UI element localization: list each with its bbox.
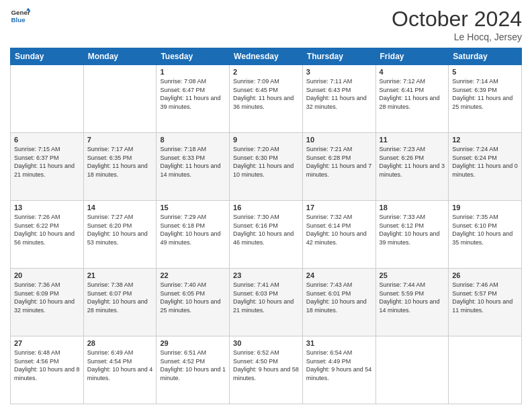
table-row: 31Sunrise: 6:54 AM Sunset: 4:49 PM Dayli…	[302, 336, 375, 404]
col-sunday: Sunday	[11, 48, 84, 65]
day-number: 14	[87, 203, 153, 212]
day-number: 26	[452, 271, 518, 279]
day-info: Sunrise: 7:17 AM Sunset: 6:35 PM Dayligh…	[87, 145, 153, 179]
day-info: Sunrise: 7:12 AM Sunset: 6:41 PM Dayligh…	[380, 77, 445, 111]
day-number: 3	[306, 68, 372, 76]
table-row: 10Sunrise: 7:21 AM Sunset: 6:28 PM Dayli…	[302, 133, 375, 201]
table-row: 21Sunrise: 7:38 AM Sunset: 6:07 PM Dayli…	[83, 269, 157, 336]
day-number: 18	[380, 203, 445, 212]
calendar-table: Sunday Monday Tuesday Wednesday Thursday…	[10, 48, 522, 404]
day-number: 6	[14, 136, 80, 144]
table-row: 8Sunrise: 7:18 AM Sunset: 6:33 PM Daylig…	[157, 133, 230, 201]
table-row: 22Sunrise: 7:40 AM Sunset: 6:05 PM Dayli…	[157, 269, 230, 336]
logo-icon: General Blue	[10, 7, 30, 27]
day-info: Sunrise: 7:44 AM Sunset: 5:59 PM Dayligh…	[380, 281, 445, 314]
day-number: 11	[380, 136, 445, 144]
week-row-2: 6Sunrise: 7:15 AM Sunset: 6:37 PM Daylig…	[11, 133, 522, 201]
day-info: Sunrise: 7:09 AM Sunset: 6:45 PM Dayligh…	[233, 77, 299, 111]
svg-text:Blue: Blue	[11, 16, 26, 24]
table-row: 25Sunrise: 7:44 AM Sunset: 5:59 PM Dayli…	[375, 269, 449, 336]
day-info: Sunrise: 7:21 AM Sunset: 6:28 PM Dayligh…	[306, 145, 372, 179]
title-block: October 2024 Le Hocq, Jersey	[392, 7, 522, 42]
day-info: Sunrise: 7:41 AM Sunset: 6:03 PM Dayligh…	[233, 281, 299, 314]
col-monday: Monday	[83, 48, 157, 65]
week-row-5: 27Sunrise: 6:48 AM Sunset: 4:56 PM Dayli…	[11, 336, 522, 404]
week-row-4: 20Sunrise: 7:36 AM Sunset: 6:09 PM Dayli…	[11, 269, 522, 336]
table-row: 9Sunrise: 7:20 AM Sunset: 6:30 PM Daylig…	[230, 133, 303, 201]
table-row: 29Sunrise: 6:51 AM Sunset: 4:52 PM Dayli…	[157, 336, 230, 404]
day-number: 29	[160, 339, 226, 347]
day-info: Sunrise: 7:32 AM Sunset: 6:14 PM Dayligh…	[306, 213, 372, 246]
day-info: Sunrise: 7:23 AM Sunset: 6:26 PM Dayligh…	[380, 145, 445, 179]
day-info: Sunrise: 7:29 AM Sunset: 6:18 PM Dayligh…	[160, 213, 226, 246]
day-number: 7	[87, 136, 153, 144]
day-info: Sunrise: 6:52 AM Sunset: 4:50 PM Dayligh…	[233, 349, 299, 382]
day-number: 24	[306, 271, 372, 279]
day-info: Sunrise: 7:15 AM Sunset: 6:37 PM Dayligh…	[14, 145, 80, 179]
day-info: Sunrise: 7:20 AM Sunset: 6:30 PM Dayligh…	[233, 145, 299, 179]
day-number: 31	[306, 339, 372, 347]
day-info: Sunrise: 7:33 AM Sunset: 6:12 PM Dayligh…	[380, 213, 445, 246]
week-row-1: 1Sunrise: 7:08 AM Sunset: 6:47 PM Daylig…	[11, 65, 522, 133]
day-info: Sunrise: 7:08 AM Sunset: 6:47 PM Dayligh…	[160, 77, 226, 111]
day-number: 2	[233, 68, 299, 76]
day-number: 1	[160, 68, 226, 76]
table-row: 27Sunrise: 6:48 AM Sunset: 4:56 PM Dayli…	[11, 336, 84, 404]
day-info: Sunrise: 6:48 AM Sunset: 4:56 PM Dayligh…	[14, 349, 80, 382]
day-number: 25	[380, 271, 445, 279]
table-row: 17Sunrise: 7:32 AM Sunset: 6:14 PM Dayli…	[302, 201, 375, 269]
day-number: 30	[233, 339, 299, 347]
col-tuesday: Tuesday	[157, 48, 230, 65]
day-number: 8	[160, 136, 226, 144]
table-row	[449, 336, 522, 404]
month-title: October 2024	[392, 7, 522, 32]
table-row: 30Sunrise: 6:52 AM Sunset: 4:50 PM Dayli…	[230, 336, 303, 404]
day-info: Sunrise: 7:18 AM Sunset: 6:33 PM Dayligh…	[160, 145, 226, 179]
day-number: 12	[452, 136, 518, 144]
day-info: Sunrise: 7:43 AM Sunset: 6:01 PM Dayligh…	[306, 281, 372, 314]
week-row-3: 13Sunrise: 7:26 AM Sunset: 6:22 PM Dayli…	[11, 201, 522, 269]
day-info: Sunrise: 7:27 AM Sunset: 6:20 PM Dayligh…	[87, 213, 153, 246]
day-number: 16	[233, 203, 299, 212]
table-row: 12Sunrise: 7:24 AM Sunset: 6:24 PM Dayli…	[449, 133, 522, 201]
table-row: 26Sunrise: 7:46 AM Sunset: 5:57 PM Dayli…	[449, 269, 522, 336]
table-row: 23Sunrise: 7:41 AM Sunset: 6:03 PM Dayli…	[230, 269, 303, 336]
table-row	[83, 65, 157, 133]
day-number: 15	[160, 203, 226, 212]
table-row: 6Sunrise: 7:15 AM Sunset: 6:37 PM Daylig…	[11, 133, 84, 201]
day-info: Sunrise: 7:35 AM Sunset: 6:10 PM Dayligh…	[452, 213, 518, 246]
calendar-header-row: Sunday Monday Tuesday Wednesday Thursday…	[11, 48, 522, 65]
day-number: 28	[87, 339, 153, 347]
day-info: Sunrise: 7:40 AM Sunset: 6:05 PM Dayligh…	[160, 281, 226, 314]
day-info: Sunrise: 7:46 AM Sunset: 5:57 PM Dayligh…	[452, 281, 518, 314]
col-thursday: Thursday	[302, 48, 375, 65]
day-info: Sunrise: 6:49 AM Sunset: 4:54 PM Dayligh…	[87, 349, 153, 382]
table-row: 28Sunrise: 6:49 AM Sunset: 4:54 PM Dayli…	[83, 336, 157, 404]
table-row	[11, 65, 84, 133]
logo: General Blue	[10, 7, 30, 27]
day-number: 13	[14, 203, 80, 212]
table-row: 24Sunrise: 7:43 AM Sunset: 6:01 PM Dayli…	[302, 269, 375, 336]
day-number: 17	[306, 203, 372, 212]
table-row: 3Sunrise: 7:11 AM Sunset: 6:43 PM Daylig…	[302, 65, 375, 133]
page: General Blue October 2024 Le Hocq, Jerse…	[0, 0, 532, 411]
day-info: Sunrise: 7:30 AM Sunset: 6:16 PM Dayligh…	[233, 213, 299, 246]
table-row: 16Sunrise: 7:30 AM Sunset: 6:16 PM Dayli…	[230, 201, 303, 269]
day-info: Sunrise: 7:36 AM Sunset: 6:09 PM Dayligh…	[14, 281, 80, 314]
table-row: 11Sunrise: 7:23 AM Sunset: 6:26 PM Dayli…	[375, 133, 449, 201]
day-number: 27	[14, 339, 80, 347]
table-row: 4Sunrise: 7:12 AM Sunset: 6:41 PM Daylig…	[375, 65, 449, 133]
day-number: 5	[452, 68, 518, 76]
table-row	[375, 336, 449, 404]
location: Le Hocq, Jersey	[392, 32, 522, 42]
day-number: 4	[380, 68, 445, 76]
table-row: 18Sunrise: 7:33 AM Sunset: 6:12 PM Dayli…	[375, 201, 449, 269]
day-info: Sunrise: 7:11 AM Sunset: 6:43 PM Dayligh…	[306, 77, 372, 111]
table-row: 13Sunrise: 7:26 AM Sunset: 6:22 PM Dayli…	[11, 201, 84, 269]
col-saturday: Saturday	[449, 48, 522, 65]
table-row: 2Sunrise: 7:09 AM Sunset: 6:45 PM Daylig…	[230, 65, 303, 133]
day-number: 21	[87, 271, 153, 279]
table-row: 14Sunrise: 7:27 AM Sunset: 6:20 PM Dayli…	[83, 201, 157, 269]
day-info: Sunrise: 7:38 AM Sunset: 6:07 PM Dayligh…	[87, 281, 153, 314]
col-wednesday: Wednesday	[230, 48, 303, 65]
